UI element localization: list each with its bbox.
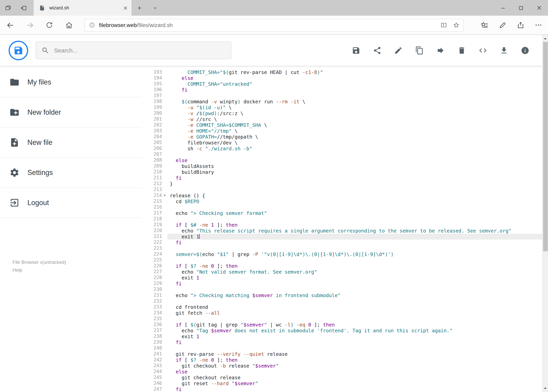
info-button[interactable]: [520, 46, 529, 55]
code-line[interactable]: 228 exit 1: [142, 275, 548, 281]
code-line[interactable]: 234 git fetch --all: [142, 310, 548, 316]
code-line[interactable]: 235: [142, 316, 548, 322]
home-button[interactable]: [61, 16, 77, 35]
help-link[interactable]: Help: [13, 266, 66, 274]
code-line[interactable]: 215 cd $REPO: [142, 198, 548, 204]
code-line[interactable]: 231 echo "> Checking matching $semver in…: [142, 292, 548, 298]
code-line[interactable]: 193 COMMIT_SHA="$(git rev-parse HEAD | c…: [142, 69, 548, 75]
search-input[interactable]: [54, 47, 225, 54]
new-tab-button[interactable]: [132, 0, 147, 16]
code-line[interactable]: 217 echo "> Checking semver format": [142, 210, 548, 216]
code-line[interactable]: 214▾release () {: [142, 193, 548, 198]
code-line[interactable]: 240: [142, 345, 548, 351]
code-line[interactable]: 221 exit 1: [142, 234, 548, 239]
code-line[interactable]: 210 buildBinary: [142, 169, 548, 175]
fold-marker-icon[interactable]: ▾: [162, 193, 167, 198]
save-button[interactable]: [352, 46, 360, 55]
copy-button[interactable]: [415, 46, 423, 55]
page-scrollbar[interactable]: [542, 35, 548, 392]
search-box[interactable]: [36, 42, 231, 59]
scroll-down-button[interactable]: [542, 385, 548, 392]
code-line[interactable]: 237 echo "Tag $semver does not exist in …: [142, 328, 548, 334]
site-info-icon[interactable]: [89, 22, 95, 28]
code-line[interactable]: 196 fi: [142, 87, 548, 93]
code-line[interactable]: 246 git reset --hard "$semver": [142, 380, 548, 386]
code-line[interactable]: 211 fi: [142, 175, 548, 181]
code-line[interactable]: 205 filebrowser/dev \: [142, 140, 548, 146]
tab-list-button[interactable]: [147, 0, 163, 16]
code-editor[interactable]: 193 COMMIT_SHA="$(git rev-parse HEAD | c…: [142, 66, 548, 392]
code-line[interactable]: 208 else: [142, 157, 548, 163]
code-line[interactable]: 233 cd frontend: [142, 304, 548, 310]
code-line[interactable]: 201 -w //src \: [142, 116, 548, 122]
sidebar-item-new-file[interactable]: New file: [0, 128, 142, 158]
url-text[interactable]: filebrowser.web/files/wizard.sh: [99, 22, 440, 28]
delete-button[interactable]: [457, 46, 466, 55]
sidebar-item-new-folder[interactable]: New folder: [0, 98, 142, 128]
code-line[interactable]: 204 -e GOPATH=//tmp/gopath \: [142, 134, 548, 140]
code-line[interactable]: 222 fi: [142, 239, 548, 245]
code-line[interactable]: 227 echo "Not valid semver format. See s…: [142, 269, 548, 275]
code-line[interactable]: 243 git checkout -b release "$semver": [142, 363, 548, 369]
move-button[interactable]: [436, 46, 445, 55]
browser-tab[interactable]: wizard.sh: [34, 0, 132, 16]
maximize-button[interactable]: [512, 0, 530, 16]
code-line[interactable]: 239 fi: [142, 339, 548, 345]
sidebar-item-my-files[interactable]: My files: [0, 67, 142, 98]
code-line[interactable]: 245 git checkout release: [142, 375, 548, 380]
code-line[interactable]: 224 semver=$(echo "$1" | grep -P '^v(0|[…: [142, 251, 548, 257]
code-line[interactable]: 203 -e HOME="//tmp" \: [142, 128, 548, 134]
code-line[interactable]: 236 if [ $(git tag | grep "$semver" | wc…: [142, 322, 548, 328]
code-line[interactable]: 197: [142, 93, 548, 99]
scrollbar-thumb[interactable]: [543, 42, 548, 251]
set-tabs-aside[interactable]: [16, 0, 31, 16]
code-line[interactable]: 229 fi: [142, 281, 548, 287]
code-line[interactable]: 230: [142, 287, 548, 292]
scroll-up-button[interactable]: [542, 35, 548, 42]
code-line[interactable]: 216: [142, 204, 548, 210]
code-line[interactable]: 212}: [142, 181, 548, 187]
code-line[interactable]: 194 else: [142, 75, 548, 81]
close-button[interactable]: [530, 0, 548, 16]
code-line[interactable]: 242 if [ $? -ne 0 ]; then: [142, 357, 548, 363]
code-line[interactable]: 238 exit 1: [142, 334, 548, 339]
code-line[interactable]: 247 fi: [142, 386, 548, 392]
share-button[interactable]: [516, 21, 525, 29]
code-line[interactable]: 200 -v /$(pwd):/src:z \: [142, 110, 548, 116]
code-line[interactable]: 198 $(command -v winpty) docker run --rm…: [142, 99, 548, 105]
back-button[interactable]: [2, 16, 18, 35]
web-note-button[interactable]: [498, 21, 506, 29]
code-line[interactable]: 202 -e COMMIT_SHA=$COMMIT_SHA \: [142, 122, 548, 128]
share-button[interactable]: [373, 46, 381, 55]
reading-view-icon[interactable]: [440, 21, 447, 28]
code-line[interactable]: 195 COMMIT_SHA="untracked": [142, 81, 548, 87]
favorite-star-icon[interactable]: [452, 21, 460, 28]
code-line[interactable]: 225: [142, 257, 548, 263]
forward-button[interactable]: [22, 16, 38, 35]
code-line[interactable]: 244 else: [142, 369, 548, 375]
download-button[interactable]: [499, 46, 508, 55]
code-line[interactable]: 223: [142, 245, 548, 251]
address-bar[interactable]: filebrowser.web/files/wizard.sh: [84, 19, 464, 32]
code-line[interactable]: 220 echo "This release script requires a…: [142, 228, 548, 234]
favorites-hub-button[interactable]: [480, 21, 489, 29]
code-line[interactable]: 209 buildAssets: [142, 163, 548, 169]
code-line[interactable]: 206 sh -c "./wizard.sh -b": [142, 146, 548, 152]
tab-preview-toggle[interactable]: [0, 0, 16, 16]
raw-view-button[interactable]: [478, 46, 487, 55]
code-line[interactable]: 226 if [ $? -ne 0 ]; then: [142, 263, 548, 269]
sidebar-item-settings[interactable]: Settings: [0, 158, 142, 188]
code-line[interactable]: 232: [142, 298, 548, 304]
code-line[interactable]: 207: [142, 152, 548, 157]
code-line[interactable]: 219 if [ $# -ne 1 ]; then: [142, 222, 548, 228]
tab-close-button[interactable]: [123, 6, 128, 10]
rename-button[interactable]: [394, 46, 402, 55]
code-line[interactable]: 218: [142, 216, 548, 222]
code-line[interactable]: 199 -u "$(id -u)" \: [142, 105, 548, 110]
minimize-button[interactable]: [494, 0, 512, 16]
more-options-button[interactable]: [534, 21, 542, 29]
code-line[interactable]: 213: [142, 187, 548, 193]
refresh-button[interactable]: [42, 16, 57, 35]
sidebar-item-logout[interactable]: Logout: [0, 188, 142, 218]
code-line[interactable]: 241 git rev-parse --verify --quiet relea…: [142, 351, 548, 357]
